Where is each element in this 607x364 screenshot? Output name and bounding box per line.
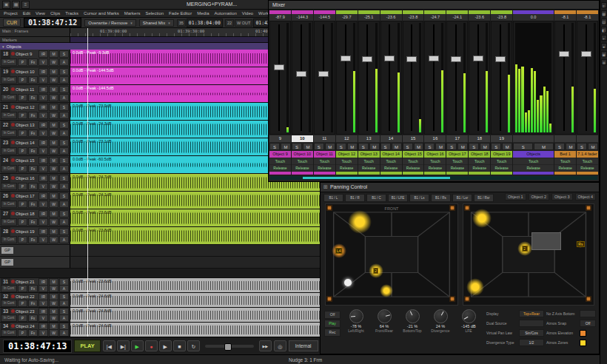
object-tab-2[interactable]: Object 2	[529, 193, 549, 200]
track-a-button[interactable]: A	[59, 58, 69, 66]
track-s-button[interactable]: S	[59, 86, 69, 93]
mixer-strip[interactable]: -24.716SMObject 16TouchRelease	[424, 10, 446, 175]
track-input-selector[interactable]: In Cont	[1, 314, 17, 322]
track-p-button[interactable]: P	[18, 165, 27, 172]
window-menu-icon[interactable]: ≡	[21, 1, 30, 9]
record-arm-dot[interactable]	[11, 280, 15, 283]
object-tab-3[interactable]: Object 3	[551, 193, 572, 200]
strip-release-button[interactable]: Release	[314, 165, 335, 171]
strip-release-button[interactable]: Release	[577, 165, 598, 171]
mixer-strip[interactable]: -23.618SMObject 18TouchRelease	[469, 10, 490, 175]
track-w-button[interactable]: W	[49, 76, 58, 84]
track-header[interactable]: 34Object 24IRMSIn ContPFxVWA	[0, 323, 70, 337]
track-m-button[interactable]: M	[49, 86, 58, 93]
fader-track[interactable]	[403, 21, 424, 135]
track-m-button[interactable]: M	[49, 157, 58, 164]
track-m-button[interactable]: M	[49, 210, 58, 218]
strip-release-button[interactable]: Release	[424, 165, 446, 171]
strip-touch-button[interactable]: Touch	[314, 158, 335, 164]
strip-release-button[interactable]: Release	[513, 165, 554, 171]
record-arm-dot[interactable]	[11, 158, 15, 162]
object-tab-1[interactable]: Object 1	[505, 193, 526, 200]
setting-value-divergence-type[interactable]: 1/2	[519, 339, 544, 346]
mixer-strip[interactable]: -23.815SMObject 15TouchRelease	[403, 10, 424, 175]
track-a-button[interactable]: A	[59, 314, 69, 322]
track-p-button[interactable]: P	[18, 200, 27, 208]
strip-mute-button[interactable]: M	[457, 143, 468, 150]
menu-item-markers[interactable]: Markers	[124, 11, 141, 16]
track-fx-button[interactable]: Fx	[28, 94, 38, 101]
track-v-button[interactable]: V	[38, 183, 48, 190]
track-w-button[interactable]: W	[49, 94, 58, 101]
track-input-selector[interactable]: In Cont	[1, 183, 17, 190]
track-m-button[interactable]: M	[49, 308, 58, 315]
mixer-strip[interactable]: -144.310SMObject 10TouchRelease	[292, 10, 313, 175]
record-button[interactable]: ●	[145, 340, 158, 351]
fader-handle[interactable]	[473, 55, 483, 61]
record-arm-dot[interactable]	[11, 52, 15, 55]
track-w-button[interactable]: W	[49, 129, 58, 137]
track-ir-button[interactable]: IR	[38, 104, 48, 111]
pan-view-rear[interactable]: 2Rs	[463, 203, 594, 306]
strip-number[interactable]: 18	[469, 135, 490, 142]
track-header[interactable]: 31Object 21IRMSIn ContPFxVWA	[0, 278, 70, 292]
strip-number[interactable]: 16	[424, 135, 446, 142]
track-v-button[interactable]: V	[38, 58, 48, 66]
bottom-top-knob[interactable]	[406, 309, 420, 323]
mix-mode-dropdown[interactable]: Shared Mix ▾	[139, 19, 174, 27]
track-s-button[interactable]: S	[59, 139, 69, 146]
collapse-icon[interactable]: ▾	[2, 44, 4, 49]
track-input-selector[interactable]: In Cont	[1, 285, 17, 292]
track-a-button[interactable]: A	[59, 218, 69, 226]
strip-solo-button[interactable]: S	[554, 143, 565, 150]
track-m-button[interactable]: M	[49, 121, 58, 129]
track-v-button[interactable]: V	[38, 76, 48, 84]
pan-source-orb[interactable]	[344, 279, 352, 286]
bus-button-b1-lfe[interactable]: B1 / LFE	[388, 194, 408, 202]
strip-touch-button[interactable]: Touch	[513, 158, 554, 164]
strip-solo-button[interactable]: S	[314, 143, 324, 150]
track-ir-button[interactable]: IR	[38, 278, 48, 286]
track-m-button[interactable]: M	[49, 139, 58, 146]
go-to-end-button[interactable]: ▶|	[117, 340, 130, 351]
strip-touch-button[interactable]: Touch	[358, 158, 380, 164]
strip-solo-button[interactable]: S	[403, 143, 413, 150]
strip-mute-button[interactable]: M	[566, 143, 576, 150]
track-ir-button[interactable]: IR	[38, 293, 48, 300]
track-m-button[interactable]: M	[49, 192, 58, 200]
strip-mute-button[interactable]: M	[392, 143, 402, 150]
track-header[interactable]: 27Object 18IRMSIn ContPFxVWA	[0, 209, 70, 226]
strip-release-button[interactable]: Release	[554, 165, 576, 171]
track-fx-button[interactable]: Fx	[28, 329, 38, 337]
track-p-button[interactable]: P	[18, 58, 27, 66]
auto-off-button[interactable]: Off	[324, 311, 341, 319]
track-w-button[interactable]: W	[49, 200, 58, 208]
fader-track[interactable]	[491, 21, 512, 135]
track-header[interactable]: 23Object 14IRMSIn ContPFxVWA	[0, 138, 70, 155]
track-a-button[interactable]: A	[59, 200, 69, 208]
bus-button-b1-lsr[interactable]: B1 / Lsr	[452, 194, 472, 202]
track-p-button[interactable]: P	[18, 236, 27, 243]
track-fx-button[interactable]: Fx	[28, 76, 38, 84]
mixer-scrollbar-thumb[interactable]	[303, 177, 450, 179]
menu-item-video[interactable]: Video	[242, 11, 253, 16]
track-fx-button[interactable]: Fx	[28, 300, 38, 307]
play-selection-button[interactable]: ▶	[159, 340, 172, 351]
menu-item-edit[interactable]: Edit	[23, 11, 30, 16]
mixer-strip[interactable]: -23.614SMObject 14TouchRelease	[380, 10, 402, 175]
strip-touch-button[interactable]: Touch	[403, 158, 424, 164]
track-p-button[interactable]: P	[18, 112, 27, 119]
mixer-window-title[interactable]: Mixer	[269, 1, 599, 10]
strip-solo-button[interactable]: S	[491, 143, 501, 150]
track-fx-button[interactable]: Fx	[28, 285, 38, 292]
strip-solo-button[interactable]: S	[380, 143, 391, 150]
track-input-selector[interactable]: In Cont	[1, 76, 17, 84]
track-header[interactable]: 20Object 11IRMSIn ContPFxVWA	[0, 85, 70, 102]
strip-number[interactable]: 10	[292, 135, 313, 142]
track-a-button[interactable]: A	[59, 94, 69, 101]
track-s-button[interactable]: S	[59, 175, 69, 182]
track-fx-button[interactable]: Fx	[28, 165, 38, 172]
menu-item-fade-editor[interactable]: Fade Editor	[169, 11, 192, 16]
strip-touch-button[interactable]: Touch	[446, 158, 468, 164]
track-fx-button[interactable]: Fx	[28, 200, 38, 208]
